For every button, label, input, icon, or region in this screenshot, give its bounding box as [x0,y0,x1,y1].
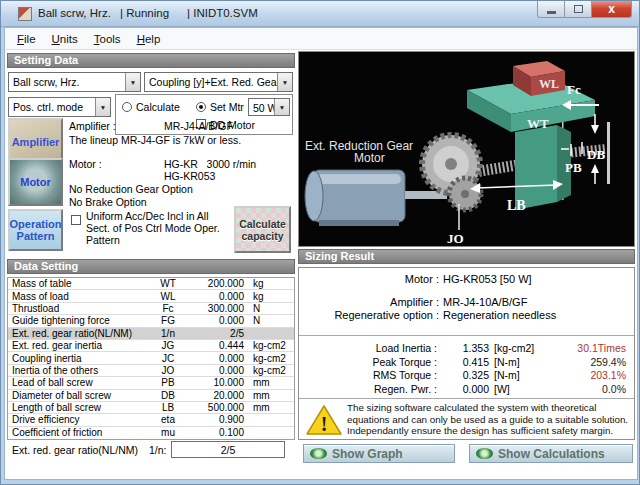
window-title: Ball scrw, Hrz. [38,7,111,19]
motor-button[interactable]: Motor [8,158,63,206]
table-cell: Ext. red. gear inertia [8,340,150,351]
table-cell: 0.000 [186,365,244,376]
table-row[interactable]: Lead of ball screwPB10.000mm [8,377,294,389]
calculate-radio[interactable]: Calculate [122,101,180,113]
metric-cell: RMS Torque : [299,369,437,381]
table-cell: 0.000 [186,315,244,326]
table-row[interactable]: ThrustloadFc300.000N [8,303,294,315]
application-window: Ball scrw, Hrz. | Running | INIDT0.SVM x… [0,0,640,485]
close-button[interactable]: x [592,1,632,18]
table-row[interactable]: Mass of tableWT200.000kg [8,278,294,290]
table-row[interactable]: Drive efficiencyeta0.900 [8,414,294,426]
table-cell: 300.000 [186,303,244,314]
svg-text:!: ! [321,413,328,435]
motor-note-reduction: No Reduction Gear Option [69,183,193,195]
table-cell: kg [244,291,290,302]
radio-icon [122,102,132,112]
control-mode-dropdown-value: Pos. ctrl. mode [9,98,95,116]
capacity-dropdown-value: 50 W [249,99,274,115]
table-cell: N [244,315,290,326]
result-summary-row: Amplifier :MR-J4-10A/B/GF [299,296,634,308]
minimize-button[interactable] [537,1,565,18]
warning-icon: ! [306,404,342,438]
table-cell: 10.000 [186,377,244,388]
table-cell: 200.000 [186,278,244,289]
result-label: Motor : [299,273,439,285]
menu-bar: FileUnitsToolsHelp [5,28,637,50]
table-row[interactable]: Ext. red. gear ratio(NL/NM)1/n2/5 [8,328,294,340]
checkbox-icon [71,215,81,225]
menu-item-file[interactable]: File [9,31,44,47]
mechanism-dropdown[interactable]: Ball scrw, Hrz. ▼ [8,72,141,92]
warning-text: The sizing software calculated the syste… [347,402,628,437]
show-graph-label: Show Graph [332,447,403,461]
capacity-dropdown[interactable]: 50 W ▼ [248,98,290,116]
table-cell: N [244,303,290,314]
table-cell: mm [244,377,290,388]
table-cell: kg-cm2 [244,340,290,351]
show-graph-button[interactable]: Show Graph [303,444,455,463]
table-row[interactable]: Diameter of ball screwDB20.000mm [8,390,294,402]
table-cell: DB [150,390,186,401]
svg-text:Fc: Fc [567,82,581,97]
set-mtr-radio[interactable]: Set Mtr [196,101,244,113]
window-filename: | INIDT0.SVM [187,7,258,19]
uniform-accdec-checkbox[interactable] [71,215,85,225]
table-cell: 0.900 [186,414,244,425]
table-row[interactable]: Coefficient of frictionmu0.100 [8,427,294,439]
menu-item-help[interactable]: Help [129,31,169,47]
svg-text:Motor: Motor [354,151,385,165]
chevron-down-icon[interactable]: ▼ [125,73,140,91]
table-cell: kg-cm2 [244,353,290,364]
table-cell: Fc [150,303,186,314]
table-cell: Inertia of the others [8,365,150,376]
operation-pattern-button[interactable]: Operation Pattern [8,209,63,251]
eye-icon [310,448,327,459]
coupling-dropdown[interactable]: Coupling [y]+Ext. Red. Gear [y] ▼ [144,72,293,92]
mechanism-diagram: WL WT Fc DB PB LB JO Ext. [298,51,635,247]
table-row[interactable]: Coupling inertiaJC0.000kg-cm2 [8,352,294,364]
wt-label: WT [527,116,549,131]
mechanism-dropdown-value: Ball scrw, Hrz. [9,73,125,91]
metric-row: Peak Torque :0.415[N-m]259.4% [299,356,634,368]
chevron-down-icon[interactable]: ▼ [277,73,292,91]
table-cell: Coefficient of friction [8,427,150,438]
table-cell: mm [244,390,290,401]
metric-cell: 0.325 [437,369,489,381]
metric-cell: [W] [489,383,555,395]
table-row[interactable]: Ext. red. gear inertiaJG0.444kg-cm2 [8,340,294,352]
wl-label: WL [539,77,559,91]
menu-item-tools[interactable]: Tools [86,31,129,47]
table-cell: kg [244,278,290,289]
table-row[interactable]: Inertia of the othersJO0.000kg-cm2 [8,365,294,377]
table-cell: JC [150,353,186,364]
table-cell: FG [150,315,186,326]
chevron-down-icon[interactable]: ▼ [95,98,110,116]
amplifier-label: Amplifier : [69,120,116,132]
minimize-icon [547,11,556,14]
data-setting-header: Data Setting [7,259,295,274]
motor-series-value: HG-KR 3000 r/min [164,158,256,170]
table-row[interactable]: Guide tightening forceFG0.000N [8,315,294,327]
table-cell: Mass of load [8,291,150,302]
show-calculations-button[interactable]: Show Calculations [469,444,633,463]
metric-row: RMS Torque :0.325[N-m]203.1% [299,369,634,381]
control-mode-dropdown[interactable]: Pos. ctrl. mode ▼ [8,97,111,117]
result-value: MR-J4-10A/B/GF [439,296,527,308]
maximize-button[interactable] [565,1,592,18]
table-cell: 0.444 [186,340,244,351]
table-row[interactable]: Mass of loadWL0.000kg [8,290,294,302]
table-row[interactable]: Length of ball screwLB500.000mm [8,402,294,414]
calculate-capacity-button[interactable]: Calculate capacity [234,206,291,253]
chevron-down-icon[interactable]: ▼ [274,99,289,115]
menu-item-units[interactable]: Units [44,31,86,47]
title-bar: Ball scrw, Hrz. | Running | INIDT0.SVM x [1,1,640,27]
motor-model-value: HG-KR053 [164,170,215,182]
table-cell: 0.100 [186,427,244,438]
divider [299,335,634,336]
amplifier-value: MR-J4-A/B/GF [164,120,233,132]
maximize-icon [574,5,583,13]
result-value: Regeneration needless [439,309,556,321]
ratio-input[interactable] [171,441,285,458]
metric-ratio: 259.4% [555,356,634,368]
